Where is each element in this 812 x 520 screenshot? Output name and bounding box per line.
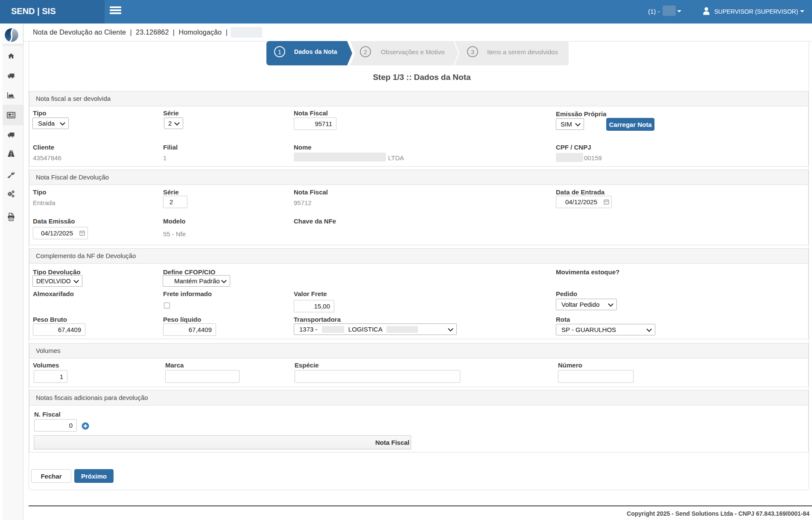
svg-text:7: 7 bbox=[81, 233, 83, 235]
svg-text:7: 7 bbox=[605, 202, 607, 204]
